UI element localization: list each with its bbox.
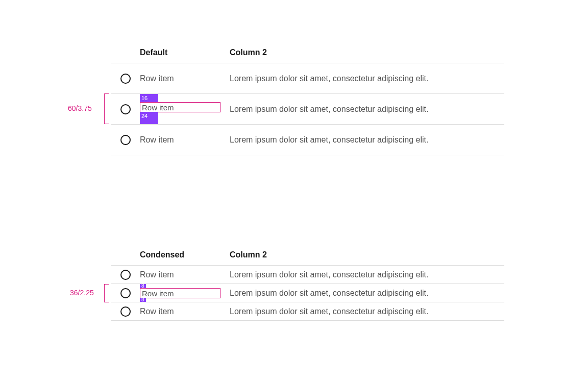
header-col-2: Column 2 bbox=[230, 250, 504, 259]
spec-bracket-icon bbox=[104, 93, 105, 124]
row-desc: Lorem ipsum dolor sit amet, consectetur … bbox=[230, 135, 504, 145]
condensed-table: Condensed Column 2 Row item Lorem ipsum … bbox=[111, 250, 504, 321]
row-desc: Lorem ipsum dolor sit amet, consectetur … bbox=[230, 289, 504, 298]
radio-icon[interactable] bbox=[120, 104, 131, 114]
header-col-1: Default bbox=[140, 48, 230, 57]
table-row-annotated: 16 Row item 24 Lorem ipsum dolor sit ame… bbox=[111, 94, 504, 125]
row-desc: Lorem ipsum dolor sit amet, consectetur … bbox=[230, 270, 504, 279]
header-col-1: Condensed bbox=[140, 250, 230, 259]
table-row-annotated: 8 Row item 8 Lorem ipsum dolor sit amet,… bbox=[111, 284, 504, 302]
row-desc: Lorem ipsum dolor sit amet, consectetur … bbox=[230, 105, 504, 114]
spec-row-height-label: 60/3.75 bbox=[68, 104, 92, 112]
table-row: Row item Lorem ipsum dolor sit amet, con… bbox=[111, 266, 504, 284]
table-row: Row item Lorem ipsum dolor sit amet, con… bbox=[111, 63, 504, 94]
radio-icon[interactable] bbox=[120, 288, 131, 298]
spec-text-outline: Row item bbox=[140, 102, 220, 112]
radio-icon[interactable] bbox=[120, 306, 131, 317]
row-item-label: Row item bbox=[140, 74, 174, 83]
spec-padding-bottom-badge: 8 bbox=[140, 298, 146, 302]
spec-text-outline: Row item bbox=[140, 288, 220, 298]
table-header-row: Condensed Column 2 bbox=[111, 250, 504, 266]
row-desc: Lorem ipsum dolor sit amet, consectetur … bbox=[230, 74, 504, 83]
spec-row-height-label: 36/2.25 bbox=[70, 289, 94, 297]
spec-bracket-icon bbox=[104, 284, 105, 302]
default-table: Default Column 2 Row item Lorem ipsum do… bbox=[111, 48, 504, 155]
table-row: Row item Lorem ipsum dolor sit amet, con… bbox=[111, 125, 504, 155]
row-item-label: Row item bbox=[140, 307, 174, 316]
spec-padding-top-badge: 16 bbox=[140, 94, 158, 102]
header-col-2: Column 2 bbox=[230, 48, 504, 57]
row-item-label: Row item bbox=[140, 135, 174, 145]
row-desc: Lorem ipsum dolor sit amet, consectetur … bbox=[230, 307, 504, 316]
radio-icon[interactable] bbox=[120, 135, 131, 145]
spec-padding-bottom-badge: 24 bbox=[140, 112, 158, 124]
row-item-label: Row item bbox=[140, 270, 174, 279]
radio-icon[interactable] bbox=[120, 270, 131, 280]
spec-padding-top-badge: 8 bbox=[140, 284, 146, 288]
table-row: Row item Lorem ipsum dolor sit amet, con… bbox=[111, 302, 504, 321]
table-header-row: Default Column 2 bbox=[111, 48, 504, 63]
radio-icon[interactable] bbox=[120, 74, 131, 84]
